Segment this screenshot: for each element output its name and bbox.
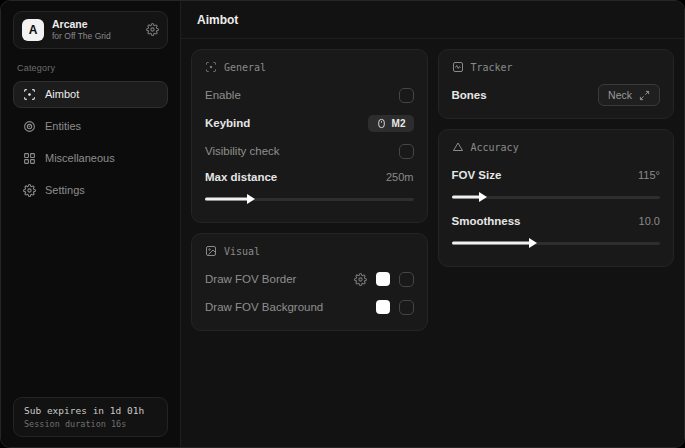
draw-fov-background-label: Draw FOV Background — [205, 301, 323, 313]
smoothness-slider[interactable] — [452, 237, 661, 249]
fov-size-slider[interactable] — [452, 191, 661, 203]
visibility-check-checkbox[interactable] — [399, 144, 414, 159]
keybind-value: M2 — [392, 118, 406, 129]
sidebar-item-entities[interactable]: Entities — [13, 113, 168, 140]
sub-expires-text: Sub expires in 1d 01h — [24, 405, 157, 416]
mouse-icon — [376, 118, 387, 129]
row-smoothness: Smoothness 10.0 — [452, 209, 661, 249]
sidebar-item-label: Miscellaneous — [45, 152, 115, 164]
radar-icon — [23, 120, 36, 133]
bones-value: Neck — [608, 89, 632, 101]
left-column: General Enable Keybind M2 — [191, 49, 428, 331]
panel-tracker: Tracker Bones Neck — [438, 49, 675, 119]
logo-card: A Arcane for Off The Grid — [13, 11, 168, 49]
draw-fov-border-label: Draw FOV Border — [205, 273, 296, 285]
panel-title: Accuracy — [471, 142, 519, 153]
enable-checkbox[interactable] — [399, 88, 414, 103]
app-window: A Arcane for Off The Grid Category Aimbo… — [0, 0, 685, 448]
main-area: Aimbot General Enable — [181, 1, 684, 447]
content: General Enable Keybind M2 — [181, 39, 684, 341]
image-icon — [205, 245, 217, 257]
panel-title: General — [224, 62, 266, 73]
main-header: Aimbot — [181, 1, 684, 39]
row-bones: Bones Neck — [452, 83, 661, 107]
fov-size-value: 115° — [638, 169, 660, 181]
fov-border-color-swatch[interactable] — [376, 272, 390, 286]
page-title: Aimbot — [197, 13, 238, 27]
right-column: Tracker Bones Neck — [438, 49, 675, 267]
sidebar-item-settings[interactable]: Settings — [13, 177, 168, 204]
expand-icon — [639, 90, 650, 101]
row-keybind: Keybind M2 — [205, 111, 414, 135]
sidebar-item-label: Entities — [45, 120, 81, 132]
panel-accuracy: Accuracy FOV Size 115° — [438, 129, 675, 267]
fov-background-checkbox[interactable] — [399, 300, 414, 315]
activity-icon — [452, 61, 464, 73]
bones-select[interactable]: Neck — [598, 84, 660, 106]
max-distance-value: 250m — [386, 171, 414, 183]
session-duration-text: Session duration 16s — [24, 419, 157, 429]
app-title: Arcane — [52, 18, 138, 31]
keybind-label: Keybind — [205, 117, 250, 129]
enable-label: Enable — [205, 89, 241, 101]
fov-size-label: FOV Size — [452, 169, 502, 181]
grid-icon — [23, 152, 36, 165]
row-draw-fov-background: Draw FOV Background — [205, 295, 414, 319]
sidebar: A Arcane for Off The Grid Category Aimbo… — [1, 1, 181, 447]
smoothness-label: Smoothness — [452, 215, 521, 227]
panel-general: General Enable Keybind M2 — [191, 49, 428, 223]
max-distance-slider[interactable] — [205, 193, 414, 205]
settings-gear-icon[interactable] — [146, 23, 159, 36]
keybind-button[interactable]: M2 — [368, 115, 414, 132]
slider-thumb[interactable] — [479, 192, 487, 202]
crosshair-icon — [23, 88, 36, 101]
crosshair-icon — [205, 61, 217, 73]
fov-border-gear-icon[interactable] — [354, 273, 367, 286]
row-enable: Enable — [205, 83, 414, 107]
panel-visual: Visual Draw FOV Border Draw — [191, 233, 428, 331]
panel-title: Visual — [224, 246, 260, 257]
fov-border-checkbox[interactable] — [399, 272, 414, 287]
max-distance-label: Max distance — [205, 171, 277, 183]
visibility-check-label: Visibility check — [205, 145, 280, 157]
panel-title: Tracker — [471, 62, 513, 73]
sidebar-item-label: Aimbot — [45, 88, 79, 100]
sidebar-item-label: Settings — [45, 184, 85, 196]
app-subtitle: for Off The Grid — [52, 31, 138, 42]
fov-background-color-swatch[interactable] — [376, 300, 390, 314]
slider-thumb[interactable] — [247, 194, 255, 204]
category-label: Category — [17, 63, 164, 73]
sidebar-item-miscellaneous[interactable]: Miscellaneous — [13, 145, 168, 172]
row-draw-fov-border: Draw FOV Border — [205, 267, 414, 291]
slider-thumb[interactable] — [529, 238, 537, 248]
row-max-distance: Max distance 250m — [205, 165, 414, 205]
subscription-card: Sub expires in 1d 01h Session duration 1… — [13, 397, 168, 437]
smoothness-value: 10.0 — [639, 215, 660, 227]
gear-icon — [23, 184, 36, 197]
app-logo: A — [22, 19, 44, 41]
bones-label: Bones — [452, 89, 487, 101]
sidebar-item-aimbot[interactable]: Aimbot — [13, 81, 168, 108]
row-visibility-check: Visibility check — [205, 139, 414, 163]
triangle-icon — [452, 141, 464, 153]
row-fov-size: FOV Size 115° — [452, 163, 661, 203]
